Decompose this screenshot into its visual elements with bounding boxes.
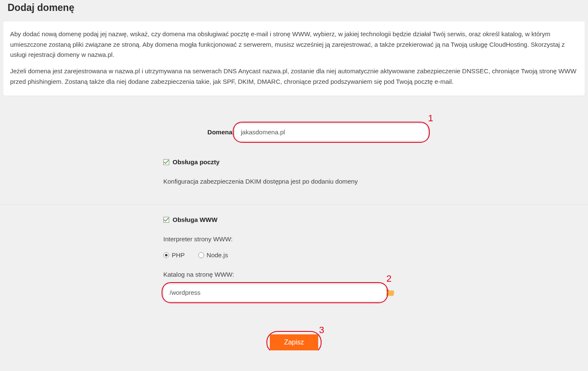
save-button[interactable]: Zapisz <box>270 334 318 350</box>
interpreter-option-php-label: PHP <box>172 250 185 260</box>
info-card: Aby dodać nową domenę podaj jej nazwę, w… <box>3 21 585 96</box>
annotation-number-2: 2 <box>386 271 391 286</box>
mail-support-checkbox[interactable] <box>163 159 169 165</box>
www-support-label: Obsługa WWW <box>173 215 218 225</box>
directory-label: Katalog na stronę WWW: <box>163 270 399 280</box>
annotation-number-1: 1 <box>428 111 433 125</box>
interpreter-radio-node[interactable] <box>198 252 204 258</box>
add-domain-form: Domena: 1 Obsługa poczty Konfiguracja za… <box>0 96 588 350</box>
folder-open-icon[interactable] <box>386 289 395 296</box>
page-title: Dodaj domenę <box>0 0 588 21</box>
domain-label: Domena: <box>0 127 234 137</box>
dkim-note: Konfiguracja zabezpieczenia DKIM dostępn… <box>163 176 391 187</box>
info-paragraph-2: Jeżeli domena jest zarejestrowana w nazw… <box>10 66 578 87</box>
interpreter-label: Interpreter strony WWW: <box>163 234 399 244</box>
www-support-checkbox[interactable] <box>163 217 169 223</box>
info-paragraph-1: Aby dodać nową domenę podaj jej nazwę, w… <box>10 29 578 60</box>
interpreter-radio-php[interactable] <box>163 252 169 258</box>
interpreter-option-node-label: Node.js <box>207 250 228 260</box>
section-divider <box>0 204 588 205</box>
directory-input[interactable] <box>163 284 386 302</box>
domain-input[interactable] <box>234 123 428 141</box>
mail-support-label: Obsługa poczty <box>173 157 220 167</box>
annotation-number-3: 3 <box>319 323 324 337</box>
